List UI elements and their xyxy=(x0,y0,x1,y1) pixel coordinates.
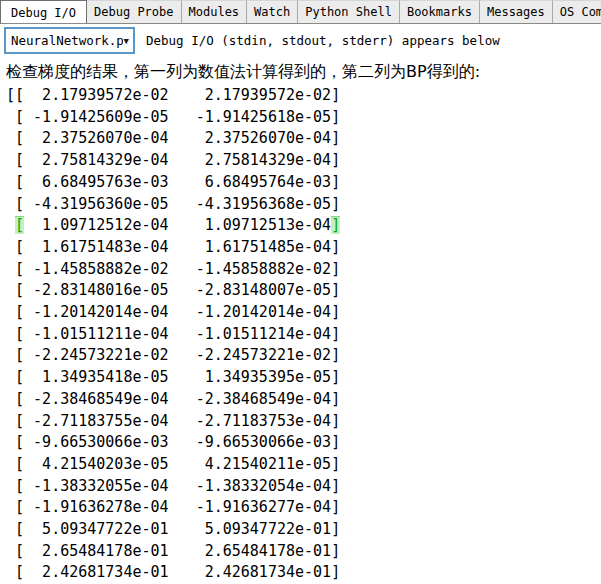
matrix-row: [ -2.83148016e-05 -2.83148007e-05] xyxy=(6,280,601,302)
bp-gradient-value: -1.91425618e-05 xyxy=(187,108,332,126)
outer-bracket xyxy=(6,281,15,299)
bracket-open: [ xyxy=(15,195,24,213)
bracket-open: [ xyxy=(15,412,24,430)
bp-gradient-value: 1.61751485e-04 xyxy=(187,238,332,256)
numeric-gradient-value: 6.68495763e-03 xyxy=(24,173,169,191)
numeric-gradient-value: 2.42681734e-01 xyxy=(24,563,169,581)
outer-bracket xyxy=(6,195,15,213)
gradient-check-header: 检查梯度的结果，第一列为数值法计算得到的，第二列为BP得到的: xyxy=(6,58,601,85)
bracket-close: ] xyxy=(331,455,340,473)
numeric-gradient-value: -4.31956360e-05 xyxy=(24,195,169,213)
matrix-row: [ 1.61751483e-04 1.61751485e-04] xyxy=(6,237,601,259)
bracket-open: [ xyxy=(15,325,24,343)
bp-gradient-value: -9.66530066e-03 xyxy=(187,433,332,451)
bracket-close: ] xyxy=(331,151,340,169)
bracket-open: [ xyxy=(15,390,24,408)
bracket-close: ] xyxy=(331,281,340,299)
tab-python-shell[interactable]: Python Shell xyxy=(298,0,400,23)
matrix-row: [ 2.75814329e-04 2.75814329e-04] xyxy=(6,150,601,172)
matrix-row: [ 4.21540203e-05 4.21540211e-05] xyxy=(6,454,601,476)
tab-bookmarks[interactable]: Bookmarks xyxy=(400,0,480,23)
bp-gradient-value: -1.38332054e-04 xyxy=(187,477,332,495)
numeric-gradient-value: -1.20142014e-04 xyxy=(24,303,169,321)
dropdown-arrow-icon: ▼ xyxy=(124,36,129,46)
outer-bracket xyxy=(6,216,15,234)
outer-bracket xyxy=(6,390,15,408)
numeric-gradient-value: 1.34935418e-05 xyxy=(24,368,169,386)
process-selector-label: NeuralNetwork.py (j xyxy=(11,33,123,48)
outer-bracket xyxy=(6,108,15,126)
outer-bracket xyxy=(6,542,15,560)
tab-debug-probe[interactable]: Debug Probe xyxy=(87,0,181,23)
column-gap xyxy=(169,412,187,430)
matrix-row: [ 1.34935418e-05 1.34935395e-05] xyxy=(6,367,601,389)
numeric-gradient-value: -1.38332055e-04 xyxy=(24,477,169,495)
tab-modules[interactable]: Modules xyxy=(182,0,248,23)
numeric-gradient-value: 2.17939572e-02 xyxy=(24,86,169,104)
bp-gradient-value: 2.37526070e-04 xyxy=(187,129,332,147)
bracket-close: ] xyxy=(331,498,340,516)
column-gap xyxy=(169,455,187,473)
tab-messages[interactable]: Messages xyxy=(480,0,553,23)
bp-gradient-value: 1.34935395e-05 xyxy=(187,368,332,386)
bracket-open: [ xyxy=(15,281,24,299)
matrix-row: [ 6.68495763e-03 6.68495764e-03] xyxy=(6,172,601,194)
tab-watch[interactable]: Watch xyxy=(247,0,298,23)
column-gap xyxy=(169,173,187,191)
outer-bracket xyxy=(6,455,15,473)
outer-bracket xyxy=(6,238,15,256)
process-selector-dropdown[interactable]: NeuralNetwork.py (j ▼ xyxy=(4,27,135,54)
bracket-close: ] xyxy=(331,195,340,213)
debug-io-console[interactable]: 检查梯度的结果，第一列为数值法计算得到的，第二列为BP得到的: [[ 2.179… xyxy=(0,57,601,584)
bp-gradient-value: -2.71183753e-04 xyxy=(187,412,332,430)
bracket-open: [ xyxy=(15,433,24,451)
bracket-close: ] xyxy=(331,216,340,234)
column-gap xyxy=(169,303,187,321)
matrix-row: [ 2.42681734e-01 2.42681734e-01] xyxy=(6,562,601,584)
matrix-row: [ 2.65484178e-01 2.65484178e-01] xyxy=(6,541,601,563)
bracket-close: ] xyxy=(331,433,340,451)
numeric-gradient-value: -1.91636278e-04 xyxy=(24,498,169,516)
tab-debug-io[interactable]: Debug I/O xyxy=(0,0,87,24)
bracket-close: ] xyxy=(331,108,340,126)
column-gap xyxy=(169,86,187,104)
bracket-open: [ xyxy=(15,129,24,147)
bracket-close: ] xyxy=(331,563,340,581)
column-gap xyxy=(169,238,187,256)
numeric-gradient-value: -1.91425609e-05 xyxy=(24,108,169,126)
column-gap xyxy=(169,195,187,213)
bp-gradient-value: 2.42681734e-01 xyxy=(187,563,332,581)
debugger-tab-bar: Debug I/O Debug Probe Modules Watch Pyth… xyxy=(0,0,601,24)
outer-bracket xyxy=(6,498,15,516)
bracket-close: ] xyxy=(331,346,340,364)
matrix-row: [ 5.09347722e-01 5.09347722e-01] xyxy=(6,519,601,541)
bracket-close: ] xyxy=(331,173,340,191)
column-gap xyxy=(169,346,187,364)
bracket-close: ] xyxy=(331,412,340,430)
bracket-close: ] xyxy=(331,325,340,343)
bp-gradient-value: 4.21540211e-05 xyxy=(187,455,332,473)
numeric-gradient-value: -9.66530066e-03 xyxy=(24,433,169,451)
column-gap xyxy=(169,390,187,408)
bracket-open: [ xyxy=(15,563,24,581)
bracket-open: [ xyxy=(15,216,24,234)
bracket-open: [ xyxy=(15,108,24,126)
matrix-row: [ -2.38468549e-04 -2.38468549e-04] xyxy=(6,389,601,411)
outer-bracket xyxy=(6,477,15,495)
bp-gradient-value: -1.91636277e-04 xyxy=(187,498,332,516)
matrix-row: [[ 2.17939572e-02 2.17939572e-02] xyxy=(6,85,601,107)
matrix-row: [ 2.37526070e-04 2.37526070e-04] xyxy=(6,128,601,150)
tab-os-commands[interactable]: OS Commands xyxy=(553,0,601,23)
bp-gradient-value: -2.38468549e-04 xyxy=(187,390,332,408)
bracket-close: ] xyxy=(331,390,340,408)
numeric-gradient-value: -2.83148016e-05 xyxy=(24,281,169,299)
bp-gradient-value: 2.17939572e-02 xyxy=(187,86,332,104)
bp-gradient-value: -2.83148007e-05 xyxy=(187,281,332,299)
bracket-open: [ xyxy=(15,173,24,191)
matrix-output: [[ 2.17939572e-02 2.17939572e-02] [ -1.9… xyxy=(6,85,601,584)
column-gap xyxy=(169,368,187,386)
column-gap xyxy=(169,129,187,147)
matrix-row: [ -1.01511211e-04 -1.01511214e-04] xyxy=(6,324,601,346)
column-gap xyxy=(169,520,187,538)
bracket-open: [ xyxy=(15,260,24,278)
